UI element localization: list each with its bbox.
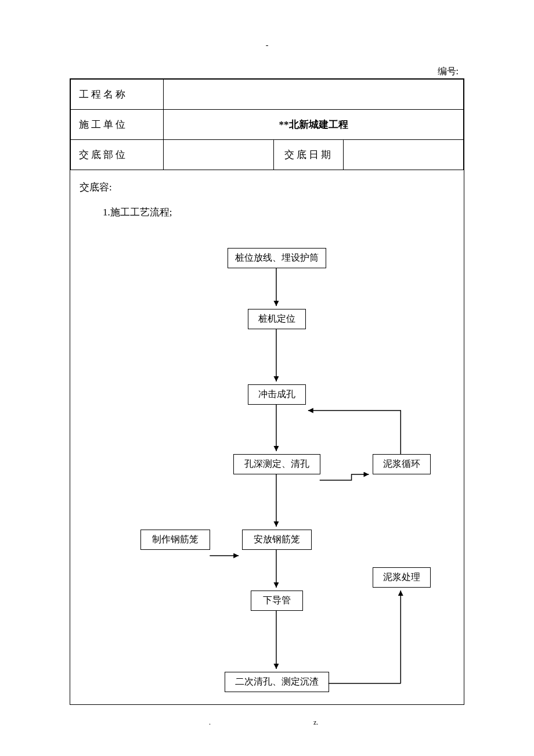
- footer-dot: .: [209, 718, 211, 727]
- flow-node-7: 二次清孔、测定沉渣: [225, 672, 329, 692]
- header-dash: -: [266, 41, 269, 50]
- construction-unit-value: **北新城建工程: [164, 110, 464, 140]
- content-title: 交底容:: [80, 181, 454, 194]
- construction-unit-label: 施工单位: [71, 110, 164, 140]
- disclosure-part-value: [164, 140, 274, 170]
- serial-number-label: 编号:: [438, 66, 459, 78]
- flow-node-5: 安放钢筋笼: [242, 530, 312, 550]
- footer-z: z.: [313, 718, 318, 727]
- disclosure-part-label: 交底部位: [71, 140, 164, 170]
- table-row: 施工单位 **北新城建工程: [71, 110, 464, 140]
- page: - 编号: 工程名称 施工单位 **北新城建工程 交底部位 交底日期 交底容: …: [0, 0, 534, 756]
- flowchart: 桩位放线、埋设护筒 桩机定位 冲击成孔 孔深测定、清孔 安放钢筋笼 下导管 二次…: [80, 225, 454, 701]
- project-name-value: [164, 80, 464, 110]
- content-area: 交底容: 1.施工工艺流程; 桩位放线、埋设护筒 桩机定位 冲击成孔 孔深测定、…: [70, 170, 464, 704]
- flow-node-side-left: 制作钢筋笼: [140, 530, 210, 550]
- flow-node-side-r1: 泥浆循环: [373, 454, 431, 474]
- disclosure-date-value: [344, 140, 464, 170]
- flow-node-2: 桩机定位: [248, 309, 306, 329]
- flow-node-6: 下导管: [251, 591, 303, 611]
- project-name-label: 工程名称: [71, 80, 164, 110]
- table-row: 工程名称: [71, 80, 464, 110]
- main-frame: 工程名称 施工单位 **北新城建工程 交底部位 交底日期 交底容: 1.施工工艺…: [70, 78, 464, 705]
- flow-node-3: 冲击成孔: [248, 384, 306, 405]
- flow-node-1: 桩位放线、埋设护筒: [228, 248, 326, 268]
- process-flow-heading: 1.施工工艺流程;: [80, 206, 454, 219]
- flow-node-side-r2: 泥浆处理: [373, 567, 431, 588]
- table-row: 交底部位 交底日期: [71, 140, 464, 170]
- disclosure-date-label: 交底日期: [274, 140, 344, 170]
- header-table: 工程名称 施工单位 **北新城建工程 交底部位 交底日期: [70, 79, 464, 170]
- flow-node-4: 孔深测定、清孔: [233, 454, 320, 474]
